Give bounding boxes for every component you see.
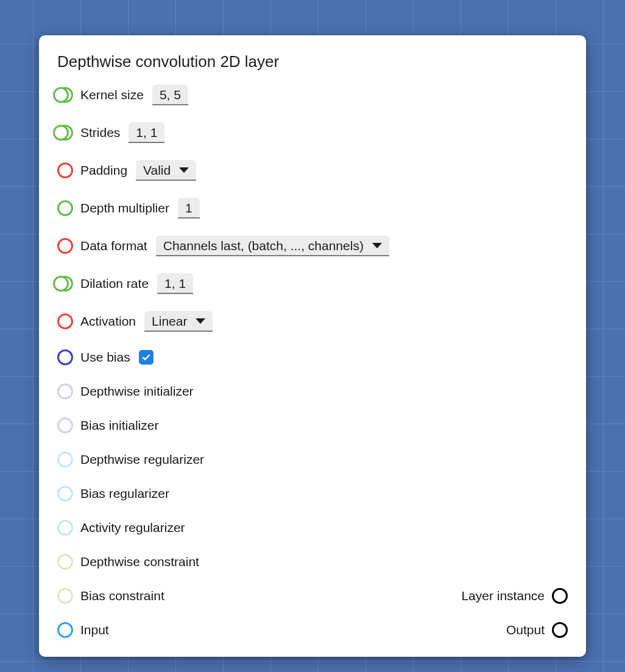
port-out-layer-instance[interactable]	[552, 588, 568, 604]
label-depth-multiplier: Depth multiplier	[80, 201, 169, 215]
label-bias-regularizer: Bias regularizer	[80, 486, 169, 501]
label-activation: Activation	[80, 314, 136, 329]
port-padding[interactable]	[57, 163, 73, 178]
label-input: Input	[80, 623, 109, 637]
row-padding: Padding Valid	[57, 160, 568, 181]
label-dilation-rate: Dilation rate	[80, 276, 149, 291]
label-bias-initializer: Bias initializer	[80, 418, 158, 433]
layer-config-card: Depthwise convolution 2D layer Kernel si…	[39, 35, 586, 657]
row-data-format: Data format Channels last, (batch, ..., …	[57, 236, 568, 256]
label-use-bias: Use bias	[80, 350, 130, 365]
port-depth-multiplier[interactable]	[57, 200, 73, 216]
port-depthwise-initializer[interactable]	[57, 383, 73, 399]
row-dilation-rate: Dilation rate 1, 1	[57, 273, 568, 294]
select-activation[interactable]: Linear	[144, 311, 213, 332]
label-strides: Strides	[80, 125, 120, 140]
input-dilation-rate[interactable]: 1, 1	[157, 273, 193, 294]
label-depthwise-constraint: Depthwise constraint	[80, 555, 199, 569]
select-data-format[interactable]: Channels last, (batch, ..., channels)	[156, 236, 389, 256]
row-bias-constraint: Bias constraint Layer instance	[57, 587, 568, 604]
input-depth-multiplier[interactable]: 1	[178, 198, 200, 219]
port-depthwise-regularizer[interactable]	[57, 452, 73, 467]
row-bias-regularizer: Bias regularizer	[57, 485, 568, 502]
row-depthwise-initializer: Depthwise initializer	[57, 383, 568, 400]
input-kernel-size[interactable]: 5, 5	[152, 85, 188, 105]
row-input: Input Output	[57, 621, 568, 639]
row-depthwise-regularizer: Depthwise regularizer	[57, 451, 568, 468]
row-kernel-size: Kernel size 5, 5	[57, 85, 568, 105]
port-activity-regularizer[interactable]	[57, 520, 73, 536]
label-activity-regularizer: Activity regularizer	[80, 520, 185, 535]
chevron-down-icon	[196, 318, 205, 324]
port-data-format[interactable]	[57, 238, 73, 254]
checkbox-use-bias[interactable]	[139, 350, 154, 365]
port-dilation-rate[interactable]	[57, 276, 73, 292]
port-depthwise-constraint[interactable]	[57, 554, 73, 570]
label-depthwise-regularizer: Depthwise regularizer	[80, 452, 204, 467]
port-bias-regularizer[interactable]	[57, 486, 73, 502]
label-layer-instance: Layer instance	[461, 589, 545, 603]
label-output: Output	[506, 623, 545, 637]
chevron-down-icon	[372, 243, 382, 248]
input-strides[interactable]: 1, 1	[129, 122, 164, 143]
label-bias-constraint: Bias constraint	[80, 589, 164, 603]
port-out-output[interactable]	[552, 622, 568, 638]
port-strides[interactable]	[57, 125, 73, 141]
check-icon	[141, 352, 151, 362]
chevron-down-icon	[179, 167, 189, 173]
label-data-format: Data format	[80, 239, 147, 253]
label-kernel-size: Kernel size	[80, 88, 144, 102]
port-use-bias[interactable]	[57, 349, 73, 365]
port-activation[interactable]	[57, 313, 73, 329]
port-bias-initializer[interactable]	[57, 418, 73, 433]
card-title: Depthwise convolution 2D layer	[57, 52, 568, 71]
row-depthwise-constraint: Depthwise constraint	[57, 553, 568, 570]
row-activation: Activation Linear	[57, 311, 568, 332]
row-depth-multiplier: Depth multiplier 1	[57, 198, 568, 219]
label-depthwise-initializer: Depthwise initializer	[80, 384, 194, 399]
label-padding: Padding	[80, 163, 127, 178]
row-use-bias: Use bias	[57, 349, 568, 366]
row-activity-regularizer: Activity regularizer	[57, 519, 568, 536]
port-bias-constraint[interactable]	[57, 588, 73, 604]
row-strides: Strides 1, 1	[57, 122, 568, 143]
port-input[interactable]	[57, 622, 73, 638]
row-bias-initializer: Bias initializer	[57, 417, 568, 434]
port-kernel-size[interactable]	[57, 87, 73, 103]
select-padding[interactable]: Valid	[136, 160, 196, 181]
